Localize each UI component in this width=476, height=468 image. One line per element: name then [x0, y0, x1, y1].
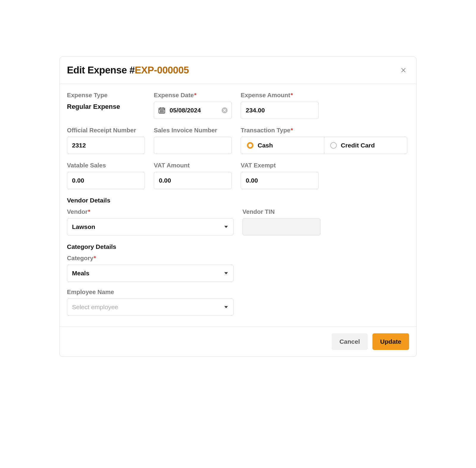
vat-amount-label: VAT Amount: [154, 162, 232, 169]
employee-select-placeholder: Select employee: [72, 304, 118, 311]
transaction-type-radio-group: Cash Credit Card: [241, 137, 407, 154]
vat-exempt-group: VAT Exempt: [241, 162, 319, 189]
expense-type-value: Regular Expense: [67, 102, 145, 111]
official-receipt-label: Official Receipt Number: [67, 127, 145, 134]
category-select[interactable]: Meals: [67, 265, 234, 282]
modal-title: Edit Expense #EXP-000005: [67, 65, 189, 76]
category-group: Category* Meals: [67, 255, 234, 282]
close-icon[interactable]: [400, 66, 407, 74]
edit-expense-modal: Edit Expense #EXP-000005 Expense Type Re…: [60, 56, 416, 357]
category-select-value: Meals: [72, 270, 89, 277]
radio-dot-icon: [330, 142, 337, 149]
expense-amount-input[interactable]: [241, 102, 319, 119]
update-button[interactable]: Update: [372, 333, 409, 350]
vat-amount-input[interactable]: [154, 172, 232, 189]
category-details-heading: Category Details: [67, 243, 409, 250]
employee-name-group: Employee Name Select employee: [67, 288, 234, 316]
vat-amount-group: VAT Amount: [154, 162, 232, 189]
vendor-group: Vendor* Lawson: [67, 208, 234, 235]
transaction-type-label: Transaction Type*: [241, 127, 407, 134]
radio-label-cash: Cash: [258, 142, 273, 149]
vendor-select[interactable]: Lawson: [67, 218, 234, 235]
sales-invoice-group: Sales Invoice Number: [154, 127, 232, 154]
transaction-type-cash[interactable]: Cash: [241, 137, 324, 154]
caret-down-icon: [224, 306, 228, 308]
modal-header: Edit Expense #EXP-000005: [60, 57, 416, 84]
caret-down-icon: [224, 272, 228, 274]
sales-invoice-label: Sales Invoice Number: [154, 127, 232, 134]
expense-amount-group: Expense Amount*: [241, 92, 319, 119]
employee-select[interactable]: Select employee: [67, 299, 234, 316]
expense-date-input-wrap: [154, 102, 232, 119]
sales-invoice-input[interactable]: [154, 137, 232, 154]
modal-body: Expense Type Regular Expense Expense Dat…: [60, 84, 416, 326]
vendor-tin-group: Vendor TIN: [242, 208, 320, 235]
expense-date-group: Expense Date*: [154, 92, 232, 119]
vendor-tin-input: [242, 218, 320, 235]
expense-amount-label: Expense Amount*: [241, 92, 319, 99]
vendor-label: Vendor*: [67, 208, 234, 215]
cancel-button[interactable]: Cancel: [332, 333, 368, 350]
official-receipt-group: Official Receipt Number: [67, 127, 145, 154]
official-receipt-input[interactable]: [67, 137, 145, 154]
vendor-select-value: Lawson: [72, 223, 95, 230]
title-prefix: Edit Expense #: [67, 65, 135, 76]
category-label: Category*: [67, 255, 234, 262]
expense-date-input[interactable]: [154, 102, 232, 119]
vatable-sales-label: Vatable Sales: [67, 162, 145, 169]
vendor-tin-label: Vendor TIN: [242, 208, 320, 215]
vat-exempt-input[interactable]: [241, 172, 319, 189]
transaction-type-group: Transaction Type* Cash Credit Card: [241, 127, 407, 154]
vatable-sales-input[interactable]: [67, 172, 145, 189]
modal-footer: Cancel Update: [60, 326, 416, 357]
expense-type-group: Expense Type Regular Expense: [67, 92, 145, 119]
expense-id: EXP-000005: [135, 65, 189, 76]
expense-date-label: Expense Date*: [154, 92, 232, 99]
radio-label-credit: Credit Card: [341, 142, 375, 149]
vatable-sales-group: Vatable Sales: [67, 162, 145, 189]
clear-date-icon[interactable]: [222, 107, 228, 113]
vendor-details-heading: Vendor Details: [67, 197, 409, 204]
transaction-type-credit-card[interactable]: Credit Card: [324, 137, 407, 154]
employee-name-label: Employee Name: [67, 288, 234, 296]
caret-down-icon: [224, 226, 228, 228]
radio-dot-icon: [247, 142, 253, 149]
expense-type-label: Expense Type: [67, 92, 145, 99]
vat-exempt-label: VAT Exempt: [241, 162, 319, 169]
